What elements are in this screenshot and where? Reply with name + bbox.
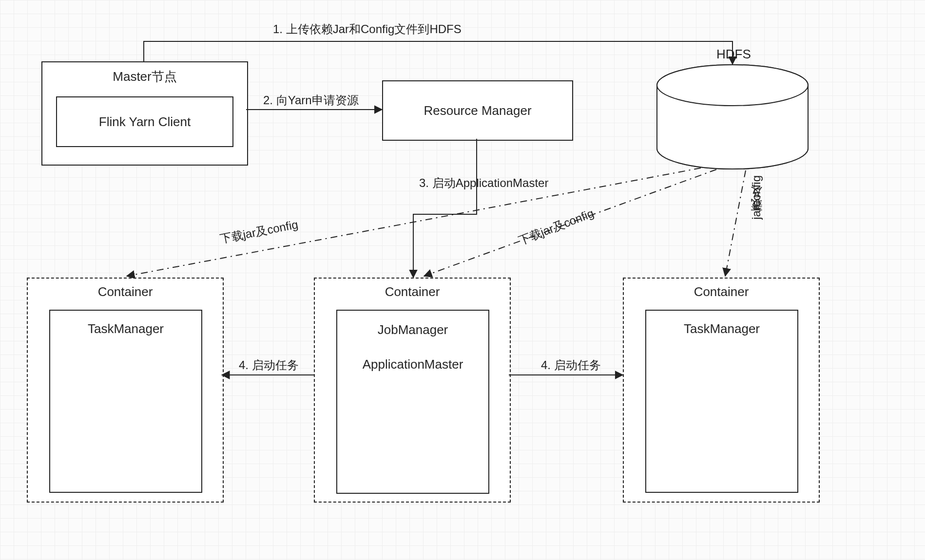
step2-label: 2. 向Yarn申请资源 <box>263 93 359 108</box>
container-left-box: Container TaskManager <box>27 278 224 503</box>
container-mid-title: Container <box>315 284 510 299</box>
edge-step3 <box>413 139 477 278</box>
taskmanager-left-box: TaskManager <box>49 310 202 493</box>
flink-yarn-client-box: Flink Yarn Client <box>56 96 233 147</box>
container-mid-box: Container JobManager ApplicationMaster <box>314 278 511 503</box>
hdfs-cylinder-icon <box>657 65 808 169</box>
taskmanager-right-box: TaskManager <box>645 310 798 493</box>
container-right-box: Container TaskManager <box>623 278 820 503</box>
jobmanager-label: JobManager <box>378 322 448 337</box>
step3-label: 3. 启动ApplicationMaster <box>419 175 548 191</box>
download-left-label: 下载jar及config <box>218 217 299 247</box>
download-right-label: 下载jar及config <box>749 175 764 220</box>
applicationmaster-label: ApplicationMaster <box>363 357 463 372</box>
resource-manager-box: Resource Manager <box>382 80 573 141</box>
master-node-box: Master节点 Flink Yarn Client <box>41 61 248 166</box>
step4-right-label: 4. 启动任务 <box>541 357 601 373</box>
jobmanager-appmaster-box: JobManager ApplicationMaster <box>336 310 489 494</box>
download-mid-label: 下载jar及config <box>517 205 596 248</box>
container-left-title: Container <box>28 284 223 299</box>
step4-left-label: 4. 启动任务 <box>239 357 299 373</box>
svg-point-1 <box>657 65 808 106</box>
edge-step1 <box>144 41 732 64</box>
step1-label: 1. 上传依赖Jar和Config文件到HDFS <box>273 21 462 37</box>
master-node-title: Master节点 <box>42 68 247 85</box>
edge-download-right <box>725 170 746 276</box>
svg-point-0 <box>657 65 808 106</box>
hdfs-label: HDFS <box>716 47 751 62</box>
edge-download-left <box>127 168 701 276</box>
container-right-title: Container <box>624 284 819 299</box>
